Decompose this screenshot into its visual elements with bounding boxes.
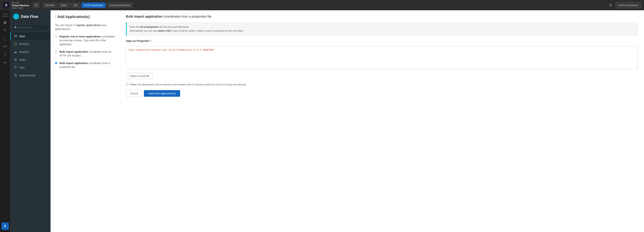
- dataflow-logo: 🐟: [13, 14, 19, 20]
- registration-options: Register one or more applications coordi…: [55, 35, 116, 69]
- call-for-assistance-button[interactable]: Call for assistance: [616, 2, 641, 8]
- sidebar-search-container: 🔍: [12, 25, 48, 30]
- vm-status-label: status: ready: [12, 7, 29, 9]
- action-buttons: Cancel Import the application(s): [126, 90, 638, 97]
- vm-name-label: Virtual Machine: [12, 4, 29, 7]
- audit-icon: ☰: [14, 74, 18, 77]
- bulk-info-line2: Alternatively, you can also select a fil…: [130, 29, 635, 33]
- icon-bar-dots[interactable]: •••: [2, 59, 9, 66]
- http-import-radio[interactable]: [55, 50, 57, 53]
- runtime-icon: ⬛: [14, 42, 18, 46]
- force-checkbox[interactable]: [126, 83, 128, 86]
- bulk-import-props-bold: Bulk import application: [60, 62, 88, 65]
- register-apps-text: register applications: [76, 24, 101, 27]
- icon-bar-code[interactable]: </>: [2, 43, 9, 50]
- register-option: Register one or more applications coordi…: [55, 35, 116, 46]
- force-checkbox-section: Force, the applications will be imported…: [126, 83, 638, 86]
- grafana-dashboard-button[interactable]: Grafana Dashboard: [107, 3, 133, 8]
- import-applications-button[interactable]: Import the application(s): [144, 90, 180, 97]
- topbar-lab-info: My Lab Virtual Machine status: ready: [12, 2, 29, 9]
- add-applications-description: You can Import or register applications …: [55, 23, 116, 31]
- streams-icon: ☁: [14, 50, 18, 54]
- apps-as-properties-section: Apps as Properties: *: [126, 40, 638, 42]
- bulk-import-title: Bulk import application coordinates from…: [126, 15, 638, 19]
- sidebar-item-jobs-label: Jobs: [19, 66, 25, 69]
- quick-search-input[interactable]: [18, 26, 46, 29]
- sidebar-item-streams-label: Streams: [19, 50, 29, 53]
- cancel-button[interactable]: Cancel: [126, 90, 142, 97]
- main-content: ‹ Add Application(s) You can Import or r…: [50, 10, 644, 232]
- bulk-import-title-rest: coordinates from a properties file: [164, 15, 212, 18]
- external-link-icon[interactable]: ⧉: [610, 3, 612, 7]
- props-import-radio[interactable]: [55, 62, 57, 64]
- icon-bar-dashboard[interactable]: ▦: [2, 19, 9, 26]
- sidebar-item-jobs[interactable]: ⏱ Jobs: [10, 64, 50, 71]
- my-lab-label: My Lab: [12, 2, 29, 4]
- sidebar-item-apps[interactable]: 🏷 Apps: [10, 32, 50, 40]
- apps-as-properties-label: Apps as Properties: *: [126, 40, 638, 42]
- properties-textarea[interactable]: task.thumbinator=docker:dev.local/thumbi…: [126, 46, 638, 68]
- props-import-option: Bulk import application coordinates from…: [55, 61, 116, 69]
- http-import-option: Bulk import application coordinates from…: [55, 50, 116, 58]
- editor-button[interactable]: Editor: [58, 3, 70, 8]
- register-radio[interactable]: [55, 35, 57, 38]
- bulk-info-line1: Enter the list of properties into the te…: [130, 25, 635, 29]
- topbar-nav: Terminal Editor IDE SCDF Dashboard Grafa…: [42, 3, 133, 8]
- gear-button[interactable]: ⚙: [33, 2, 40, 8]
- sidebar-item-streams[interactable]: ☁ Streams: [10, 48, 50, 56]
- sidebar-item-runtime[interactable]: ⬛ Runtime: [10, 40, 50, 48]
- sidebar-nav: 🏷 Apps ⬛ Runtime ☁ Streams ☰ Tasks ⏱ Job…: [10, 32, 50, 79]
- sidebar-header: 🐟 Data Flow: [10, 10, 50, 23]
- bulk-import-panel: Bulk import application coordinates from…: [120, 10, 644, 232]
- select-file-bold: select a file: [158, 29, 170, 32]
- topbar-logo: S: [3, 2, 10, 9]
- register-bold: Register one or more applications: [60, 35, 101, 38]
- icon-bar-share[interactable]: ↗: [2, 51, 9, 58]
- http-import-option-label[interactable]: Bulk import application coordinates from…: [60, 50, 116, 58]
- required-marker: *: [151, 40, 152, 42]
- icon-bar-download[interactable]: ⬇: [2, 222, 9, 230]
- main-layout: Follow presenter ▦ ✎ ›_ </> ↗ ••• ⬇ 🐟 Da…: [0, 10, 644, 232]
- follow-presenter-label: Follow presenter: [1, 13, 9, 18]
- scdf-dashboard-button[interactable]: SCDF Dashboard: [82, 3, 106, 8]
- bulk-info-box: Enter the list of properties into the te…: [126, 22, 638, 36]
- icon-bar-terminal[interactable]: ›_: [2, 35, 9, 42]
- add-applications-panel: ‹ Add Application(s) You can Import or r…: [50, 10, 120, 232]
- apps-icon: 🏷: [14, 35, 18, 38]
- tasks-icon: ☰: [14, 58, 18, 61]
- sidebar-item-tasks-label: Tasks: [19, 58, 26, 61]
- sidebar: 🐟 Data Flow 🔍 🏷 Apps ⬛ Runtime ☁ Streams…: [10, 10, 50, 232]
- ide-button[interactable]: IDE: [71, 3, 80, 8]
- props-import-option-label[interactable]: Bulk import application coordinates from…: [60, 61, 116, 69]
- panel-back-nav: ‹ Add Application(s): [55, 15, 116, 19]
- list-of-properties-bold: list of properties: [140, 26, 158, 28]
- bulk-import-title-bold: Bulk import application: [126, 15, 162, 18]
- jobs-icon: ⏱: [14, 66, 18, 69]
- sidebar-item-audit-records[interactable]: ☰ Audit Records: [10, 71, 50, 79]
- sidebar-item-tasks[interactable]: ☰ Tasks: [10, 56, 50, 64]
- search-icon: 🔍: [14, 26, 17, 29]
- import-text: Import: [65, 24, 72, 27]
- icon-bar: Follow presenter ▦ ✎ ›_ </> ↗ ••• ⬇: [0, 10, 10, 232]
- apps-as-properties-text: Apps as Properties:: [126, 40, 150, 42]
- sidebar-item-runtime-label: Runtime: [19, 43, 29, 46]
- sidebar-item-audit-label: Audit Records: [19, 74, 35, 77]
- bulk-import-http-bold: Bulk import application: [60, 50, 88, 53]
- terminal-button[interactable]: Terminal: [42, 3, 57, 8]
- textarea-container: task.thumbinator=docker:dev.local/thumbi…: [126, 46, 638, 69]
- sidebar-item-apps-label: Apps: [19, 35, 25, 38]
- add-applications-title: Add Application(s): [57, 15, 90, 19]
- sidebar-title: Data Flow: [21, 15, 38, 19]
- topbar: S My Lab Virtual Machine status: ready ⚙…: [0, 0, 644, 10]
- force-bold: Force: [130, 83, 136, 86]
- icon-bar-edit[interactable]: ✎: [2, 27, 9, 34]
- force-checkbox-label[interactable]: Force, the applications will be imported…: [130, 83, 246, 86]
- import-local-file-button[interactable]: Import a local file: [126, 73, 153, 79]
- back-arrow-icon[interactable]: ‹: [55, 15, 56, 19]
- register-option-label[interactable]: Register one or more applications coordi…: [60, 35, 116, 46]
